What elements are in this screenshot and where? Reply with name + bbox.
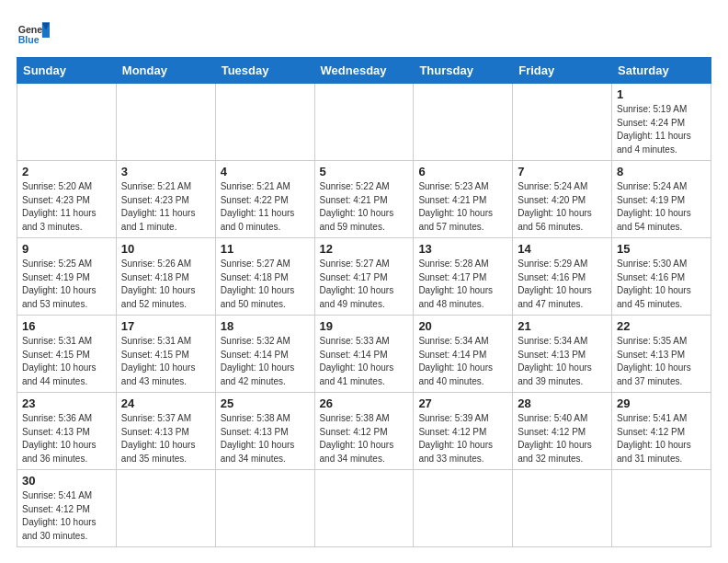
day-cell: 20Sunrise: 5:34 AM Sunset: 4:14 PM Dayli… xyxy=(414,316,513,393)
day-info: Sunrise: 5:27 AM Sunset: 4:18 PM Dayligh… xyxy=(221,258,310,311)
day-info: Sunrise: 5:38 AM Sunset: 4:13 PM Dayligh… xyxy=(221,412,310,465)
day-info: Sunrise: 5:32 AM Sunset: 4:14 PM Dayligh… xyxy=(221,335,310,388)
weekday-header-friday: Friday xyxy=(513,58,612,84)
day-cell: 6Sunrise: 5:23 AM Sunset: 4:21 PM Daylig… xyxy=(414,161,513,238)
day-info: Sunrise: 5:41 AM Sunset: 4:12 PM Dayligh… xyxy=(22,489,111,543)
day-cell: 25Sunrise: 5:38 AM Sunset: 4:13 PM Dayli… xyxy=(215,393,314,470)
day-info: Sunrise: 5:22 AM Sunset: 4:21 PM Dayligh… xyxy=(320,180,409,234)
day-cell: 29Sunrise: 5:41 AM Sunset: 4:12 PM Dayli… xyxy=(612,393,711,470)
day-info: Sunrise: 5:38 AM Sunset: 4:12 PM Dayligh… xyxy=(320,412,409,465)
day-cell xyxy=(414,84,513,161)
day-info: Sunrise: 5:20 AM Sunset: 4:23 PM Dayligh… xyxy=(22,180,111,234)
day-cell: 26Sunrise: 5:38 AM Sunset: 4:12 PM Dayli… xyxy=(314,393,414,470)
day-number: 20 xyxy=(418,319,507,333)
day-number: 4 xyxy=(221,165,310,178)
day-cell xyxy=(116,84,215,161)
day-info: Sunrise: 5:35 AM Sunset: 4:13 PM Dayligh… xyxy=(617,335,706,388)
day-number: 15 xyxy=(617,242,706,256)
day-cell: 3Sunrise: 5:21 AM Sunset: 4:23 PM Daylig… xyxy=(116,161,215,238)
day-number: 17 xyxy=(121,319,210,333)
day-number: 2 xyxy=(22,165,111,178)
day-info: Sunrise: 5:34 AM Sunset: 4:13 PM Dayligh… xyxy=(518,335,607,388)
calendar-page: General Blue SundayMondayTuesdayWednesda… xyxy=(0,0,728,557)
day-cell xyxy=(314,470,414,547)
day-info: Sunrise: 5:21 AM Sunset: 4:23 PM Dayligh… xyxy=(121,180,210,234)
header: General Blue xyxy=(17,17,711,50)
day-cell: 27Sunrise: 5:39 AM Sunset: 4:12 PM Dayli… xyxy=(414,393,513,470)
week-row-5: 23Sunrise: 5:36 AM Sunset: 4:13 PM Dayli… xyxy=(17,393,711,470)
day-cell: 16Sunrise: 5:31 AM Sunset: 4:15 PM Dayli… xyxy=(17,316,117,393)
day-cell: 1Sunrise: 5:19 AM Sunset: 4:24 PM Daylig… xyxy=(612,84,711,161)
weekday-header-tuesday: Tuesday xyxy=(215,58,314,84)
day-cell xyxy=(414,470,513,547)
day-cell: 8Sunrise: 5:24 AM Sunset: 4:19 PM Daylig… xyxy=(612,161,711,238)
day-info: Sunrise: 5:37 AM Sunset: 4:13 PM Dayligh… xyxy=(121,412,210,465)
day-number: 9 xyxy=(22,242,111,256)
day-cell: 21Sunrise: 5:34 AM Sunset: 4:13 PM Dayli… xyxy=(513,316,612,393)
day-number: 7 xyxy=(518,165,607,178)
day-info: Sunrise: 5:41 AM Sunset: 4:12 PM Dayligh… xyxy=(617,412,706,465)
week-row-2: 2Sunrise: 5:20 AM Sunset: 4:23 PM Daylig… xyxy=(17,161,711,238)
day-number: 25 xyxy=(221,396,310,410)
day-cell: 10Sunrise: 5:26 AM Sunset: 4:18 PM Dayli… xyxy=(116,238,215,316)
day-number: 12 xyxy=(320,242,409,256)
day-number: 29 xyxy=(617,396,706,410)
day-cell: 17Sunrise: 5:31 AM Sunset: 4:15 PM Dayli… xyxy=(116,316,215,393)
day-cell: 19Sunrise: 5:33 AM Sunset: 4:14 PM Dayli… xyxy=(314,316,414,393)
day-cell: 9Sunrise: 5:25 AM Sunset: 4:19 PM Daylig… xyxy=(17,238,117,316)
day-info: Sunrise: 5:31 AM Sunset: 4:15 PM Dayligh… xyxy=(22,335,111,388)
day-cell: 11Sunrise: 5:27 AM Sunset: 4:18 PM Dayli… xyxy=(215,238,314,316)
day-cell xyxy=(513,470,612,547)
day-info: Sunrise: 5:21 AM Sunset: 4:22 PM Dayligh… xyxy=(221,180,310,234)
day-cell: 2Sunrise: 5:20 AM Sunset: 4:23 PM Daylig… xyxy=(17,161,117,238)
day-cell xyxy=(612,470,711,547)
day-number: 23 xyxy=(22,396,111,410)
weekday-header-saturday: Saturday xyxy=(612,58,711,84)
day-number: 16 xyxy=(22,319,111,333)
day-info: Sunrise: 5:23 AM Sunset: 4:21 PM Dayligh… xyxy=(418,180,507,234)
day-info: Sunrise: 5:33 AM Sunset: 4:14 PM Dayligh… xyxy=(320,335,409,388)
day-cell: 13Sunrise: 5:28 AM Sunset: 4:17 PM Dayli… xyxy=(414,238,513,316)
day-number: 13 xyxy=(418,242,507,256)
weekday-header-thursday: Thursday xyxy=(414,58,513,84)
day-number: 1 xyxy=(617,87,706,101)
day-number: 11 xyxy=(221,242,310,256)
day-cell xyxy=(116,470,215,547)
day-number: 26 xyxy=(320,396,409,410)
day-number: 19 xyxy=(320,319,409,333)
day-cell xyxy=(215,84,314,161)
day-number: 27 xyxy=(418,396,507,410)
generalblue-logo-icon: General Blue xyxy=(17,17,50,50)
calendar-table: SundayMondayTuesdayWednesdayThursdayFrid… xyxy=(17,57,711,547)
week-row-3: 9Sunrise: 5:25 AM Sunset: 4:19 PM Daylig… xyxy=(17,238,711,316)
day-cell: 5Sunrise: 5:22 AM Sunset: 4:21 PM Daylig… xyxy=(314,161,414,238)
week-row-1: 1Sunrise: 5:19 AM Sunset: 4:24 PM Daylig… xyxy=(17,84,711,161)
day-number: 18 xyxy=(221,319,310,333)
day-cell: 15Sunrise: 5:30 AM Sunset: 4:16 PM Dayli… xyxy=(612,238,711,316)
day-cell: 22Sunrise: 5:35 AM Sunset: 4:13 PM Dayli… xyxy=(612,316,711,393)
day-number: 22 xyxy=(617,319,706,333)
day-info: Sunrise: 5:26 AM Sunset: 4:18 PM Dayligh… xyxy=(121,258,210,311)
day-info: Sunrise: 5:34 AM Sunset: 4:14 PM Dayligh… xyxy=(418,335,507,388)
day-cell: 24Sunrise: 5:37 AM Sunset: 4:13 PM Dayli… xyxy=(116,393,215,470)
day-info: Sunrise: 5:25 AM Sunset: 4:19 PM Dayligh… xyxy=(22,258,111,311)
day-cell: 4Sunrise: 5:21 AM Sunset: 4:22 PM Daylig… xyxy=(215,161,314,238)
day-number: 30 xyxy=(22,474,111,488)
day-info: Sunrise: 5:36 AM Sunset: 4:13 PM Dayligh… xyxy=(22,412,111,465)
day-number: 10 xyxy=(121,242,210,256)
weekday-header-sunday: Sunday xyxy=(17,58,117,84)
day-number: 8 xyxy=(617,165,706,178)
day-info: Sunrise: 5:31 AM Sunset: 4:15 PM Dayligh… xyxy=(121,335,210,388)
week-row-6: 30Sunrise: 5:41 AM Sunset: 4:12 PM Dayli… xyxy=(17,470,711,547)
day-cell: 14Sunrise: 5:29 AM Sunset: 4:16 PM Dayli… xyxy=(513,238,612,316)
day-cell xyxy=(513,84,612,161)
day-cell xyxy=(314,84,414,161)
day-info: Sunrise: 5:19 AM Sunset: 4:24 PM Dayligh… xyxy=(617,103,706,156)
day-number: 6 xyxy=(418,165,507,178)
day-number: 14 xyxy=(518,242,607,256)
svg-text:Blue: Blue xyxy=(18,34,40,45)
day-info: Sunrise: 5:27 AM Sunset: 4:17 PM Dayligh… xyxy=(320,258,409,311)
weekday-header-monday: Monday xyxy=(116,58,215,84)
day-info: Sunrise: 5:24 AM Sunset: 4:20 PM Dayligh… xyxy=(518,180,607,234)
day-number: 21 xyxy=(518,319,607,333)
